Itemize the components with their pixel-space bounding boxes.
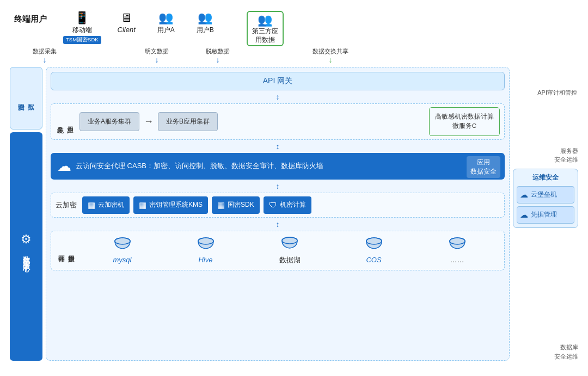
gear-icon: ⚙ xyxy=(21,232,32,246)
storage-more-label: …… xyxy=(450,256,464,264)
user-thirdparty-label: 第三方应用数据 xyxy=(252,27,278,44)
user-client-label: Client xyxy=(118,26,136,34)
arrow-enc-stor: ↕ xyxy=(51,220,505,228)
flow-desensitized: 脱敏数据 ↓ xyxy=(206,47,230,64)
storage-mysql: mysql xyxy=(113,237,132,264)
encrypt-box-4: 🛡 机密计算 xyxy=(264,196,311,214)
flow-exchange: 数据交换共享 ↓ xyxy=(313,47,348,64)
storage-section: 用户数据存储区 mysql xyxy=(51,231,505,270)
flow-plaintext: 明文数据 ↓ xyxy=(145,47,169,64)
biz-box-b: 业务B应用集群 xyxy=(158,112,218,131)
user-a-label: 用户A xyxy=(157,26,175,35)
api-audit-label: API审计和管控 xyxy=(513,89,578,97)
encrypt-boxes: ▦ 云加密机 ▦ 密钥管理系统KMS ▦ 国密SDK 🛡 机密计算 xyxy=(82,196,500,214)
api-gateway: API 网关 xyxy=(51,72,505,90)
encrypt-box-2: ▦ 密钥管理系统KMS xyxy=(133,196,208,214)
encrypt-box-3-label: 国密SDK xyxy=(228,200,254,209)
storage-datalake: 数据湖 xyxy=(279,236,301,265)
arrow-api-biz: ↕ xyxy=(51,93,505,101)
storage-more: …… xyxy=(448,237,467,264)
casb-icon: ☁ xyxy=(57,158,71,175)
user-client: 🖥 Client xyxy=(118,11,136,34)
biz-section: 用户业务系统 业务A服务集群 → 业务B应用集群 高敏感机密数据计算微服务C xyxy=(51,103,505,140)
fortress-label: 云堡垒机 xyxy=(531,190,557,199)
storage-datalake-label: 数据湖 xyxy=(279,255,301,265)
encrypt-box-1-label: 云加密机 xyxy=(98,200,124,209)
user-b-label: 用户B xyxy=(197,26,214,35)
ops-security-title: 运维安全 xyxy=(517,173,574,182)
storage-items: mysql Hive xyxy=(81,236,499,265)
fortress-icon: ☁ xyxy=(520,190,528,200)
db-icon-more xyxy=(448,237,467,254)
data-center-box: ⚙ 数据安全中心 xyxy=(10,132,42,361)
encrypt-box-3: ▦ 国密SDK xyxy=(212,196,260,214)
user-thirdparty: 👥 第三方应用数据 xyxy=(247,11,284,46)
db-ops-label: 数据库安全运维 xyxy=(513,343,578,361)
encrypt-box-4-label: 机密计算 xyxy=(280,200,306,209)
server-ops-label: 服务器安全运维 xyxy=(513,146,578,164)
storage-mysql-label: mysql xyxy=(113,256,132,264)
storage-cos: COS xyxy=(364,237,384,264)
db-icon-cos xyxy=(364,237,384,254)
flow-label-exchange: 数据交换共享 xyxy=(313,47,348,56)
main-container: 终端用户 📱 移动端 TSM国密SDK 🖥 Client 👥 用户A 👥 xyxy=(0,0,588,376)
flow-label-collect: 数据采集 xyxy=(33,47,57,56)
arrow-biz-casb: ↕ xyxy=(51,143,505,150)
storage-label: 用户数据存储区 xyxy=(57,236,76,266)
encrypt-box-1: ▦ 云加密机 xyxy=(82,196,130,214)
db-icon-mysql xyxy=(113,237,132,254)
ops-item-credential: ☁ 凭据管理 xyxy=(517,206,574,224)
sensitive-box: 高敏感机密数据计算微服务C xyxy=(429,107,500,136)
data-center-label: 数据安全中心 xyxy=(21,251,31,261)
ops-item-fortress: ☁ 云堡垒机 xyxy=(517,186,574,204)
storage-hive-label: Hive xyxy=(198,256,212,264)
user-mobile: 📱 移动端 TSM国密SDK xyxy=(63,11,101,44)
left-sidebar: 数据安全治理 ⚙ 数据安全中心 xyxy=(10,67,42,361)
main-inner: API 网关 ↕ 用户业务系统 业务A服务集群 → 业务B应用集群 高敏感机密数… xyxy=(46,67,510,361)
flow-label-plain: 明文数据 xyxy=(145,47,169,56)
right-panel: API审计和管控 服务器安全运维 运维安全 ☁ 云堡垒机 ☁ 凭据管理 数据库安… xyxy=(513,67,578,361)
user-mobile-label: 移动端 xyxy=(72,26,92,35)
biz-boxes: 业务A服务集群 → 业务B应用集群 高敏感机密数据计算微服务C xyxy=(79,107,500,136)
tsm-badge: TSM国密SDK xyxy=(63,36,101,44)
encrypt-box-2-label: 密钥管理系统KMS xyxy=(149,200,203,209)
db-icon-hive xyxy=(196,237,216,254)
arrow-biz-a-b: → xyxy=(144,116,154,127)
casb-section: ☁ 云访问安全代理 CASB：加密、访问控制、脱敏、数据安全审计、数据库防火墙 … xyxy=(51,153,505,180)
biz-box-a: 业务A服务集群 xyxy=(79,112,139,131)
terminal-label: 终端用户 xyxy=(14,11,52,24)
flow-label-desens: 脱敏数据 xyxy=(206,47,230,56)
encrypt-section: 云加密 ▦ 云加密机 ▦ 密钥管理系统KMS ▦ 国密SDK xyxy=(51,193,505,218)
encrypt-label: 云加密 xyxy=(56,200,77,210)
db-icon-datalake xyxy=(280,236,299,254)
user-a: 👥 用户A xyxy=(157,11,175,35)
credential-label: 凭据管理 xyxy=(531,210,557,219)
biz-section-label: 用户业务系统 xyxy=(56,109,75,133)
user-b: 👥 用户B xyxy=(197,11,214,35)
casb-text: 云访问安全代理 CASB：加密、访问控制、脱敏、数据安全审计、数据库防火墙 xyxy=(76,161,323,171)
flow-data-collect: 数据采集 ↓ xyxy=(33,47,57,64)
arrow-casb-enc: ↕ xyxy=(51,182,505,190)
storage-hive: Hive xyxy=(196,237,216,264)
data-governance-box: 数据安全治理 xyxy=(10,67,42,130)
ops-security-box: 运维安全 ☁ 云堡垒机 ☁ 凭据管理 xyxy=(513,169,578,228)
storage-cos-label: COS xyxy=(366,256,381,264)
casb-badge: 应用数据安全 xyxy=(467,156,500,178)
credential-icon: ☁ xyxy=(520,210,528,220)
